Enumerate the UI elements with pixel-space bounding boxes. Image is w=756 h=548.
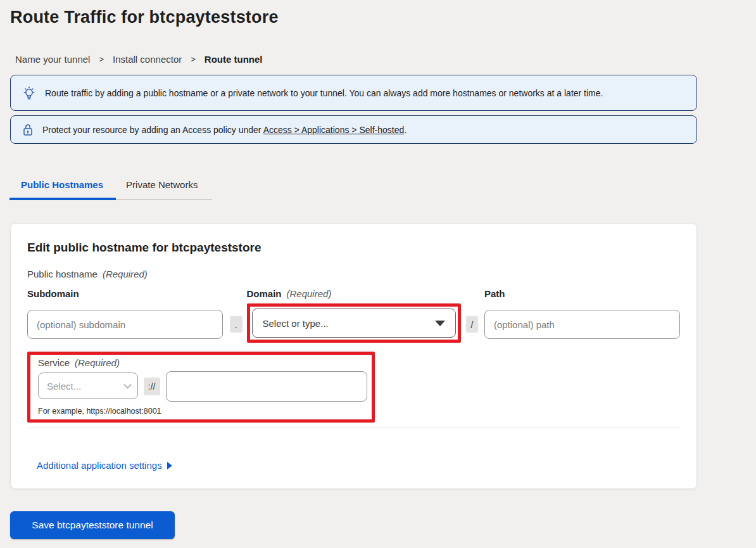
caret-right-icon [167, 462, 172, 469]
subdomain-input[interactable] [27, 310, 223, 339]
access-banner-text-before: Protect your resource by adding an Acces… [42, 125, 263, 135]
breadcrumb: Name your tunnel > Install connector > R… [15, 54, 756, 65]
lock-icon [22, 123, 34, 137]
slash-separator: / [466, 316, 478, 333]
card-heading: Edit public hostname for btcpayteststore [27, 241, 680, 255]
chevron-down-icon [435, 321, 445, 326]
tab-bar: Public Hostnames Private Networks [9, 174, 212, 200]
service-row: Select... :// [35, 373, 367, 402]
save-tunnel-button[interactable]: Save btcpayteststore tunnel [10, 511, 175, 539]
access-banner-text-after: . [404, 125, 406, 135]
domain-select[interactable]: Select or type... [252, 309, 456, 338]
scheme-separator: :// [144, 378, 160, 395]
active-tab-indicator [9, 198, 116, 200]
domain-label: Domain(Required) [247, 288, 461, 302]
breadcrumb-route-tunnel: Route tunnel [205, 54, 263, 65]
access-banner-text: Protect your resource by adding an Acces… [42, 125, 406, 135]
page-title: Route Traffic for btcpayteststore [10, 8, 756, 27]
tip-banner: Route traffic by adding a public hostnam… [10, 75, 697, 111]
access-policy-link[interactable]: Access > Applications > Self-hosted [263, 125, 405, 135]
service-label-text: Service [38, 357, 70, 368]
path-label: Path [484, 288, 680, 302]
path-input[interactable] [484, 310, 680, 339]
lightbulb-icon [22, 86, 36, 101]
domain-select-value: Select or type... [263, 318, 329, 329]
service-example-text: For example, https://localhost:8001 [35, 407, 367, 416]
chevron-down-icon [123, 381, 132, 389]
public-hostname-required: (Required) [103, 269, 148, 279]
tab-public-hostnames[interactable]: Public Hostnames [9, 174, 115, 198]
public-hostname-caption: Public hostname(Required) [27, 269, 680, 279]
domain-label-text: Domain [247, 288, 282, 299]
domain-required: (Required) [287, 288, 332, 299]
tip-banner-text: Route traffic by adding a public hostnam… [45, 88, 603, 98]
edit-public-hostname-card: Edit public hostname for btcpayteststore… [10, 223, 697, 489]
service-type-select[interactable]: Select... [38, 373, 138, 399]
public-hostname-label: Public hostname [27, 269, 98, 279]
service-type-value: Select... [47, 381, 81, 392]
tab-private-networks[interactable]: Private Networks [115, 174, 209, 198]
service-caption: Service(Required) [35, 357, 367, 368]
section-divider [27, 428, 681, 428]
breadcrumb-separator: > [191, 54, 196, 64]
additional-settings-label: Additional application settings [37, 460, 162, 471]
dot-separator: . [230, 316, 242, 333]
service-url-input[interactable] [166, 371, 367, 402]
additional-application-settings-link[interactable]: Additional application settings [37, 460, 172, 471]
breadcrumb-name-your-tunnel[interactable]: Name your tunnel [15, 54, 90, 65]
service-highlight-box: Service(Required) Select... :// For exam… [27, 352, 375, 423]
tab-underline [9, 198, 212, 200]
breadcrumb-separator: > [99, 54, 104, 64]
subdomain-label: Subdomain [27, 288, 223, 302]
hostname-row: Subdomain . Domain(Required) Select or t… [27, 288, 680, 343]
breadcrumb-install-connector[interactable]: Install connector [113, 54, 182, 65]
domain-highlight-box: Select or type... [247, 303, 461, 343]
access-banner: Protect your resource by adding an Acces… [10, 115, 697, 144]
service-required: (Required) [75, 357, 120, 368]
